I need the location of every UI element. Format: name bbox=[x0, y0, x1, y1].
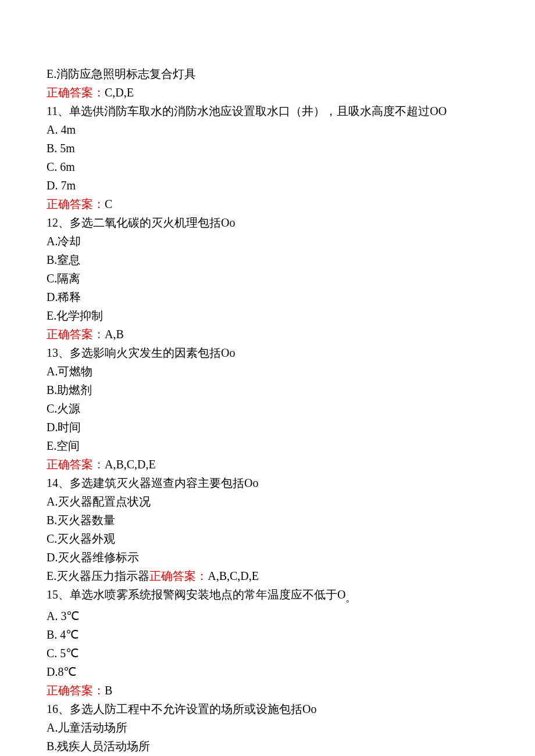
q12-stem: 12、多选二氧化碳的灭火机理包括Oo bbox=[47, 214, 488, 231]
q15-stem-text: 15、单选水喷雾系统报警阀安装地点的常年温度应不低于O bbox=[47, 588, 345, 601]
q14-option-e-and-answer: E.灭火器压力指示器正确答案：A,B,C,D,E bbox=[47, 567, 488, 585]
q11-stem: 11、单选供消防车取水的消防水池应设置取水口（井），且吸水高度不超过OO bbox=[47, 102, 488, 120]
q10-answer: 正确答案：C,D,E bbox=[47, 84, 488, 101]
q16-stem: 16、多选人防工程中不允许设置的场所或设施包括Oo bbox=[47, 700, 488, 718]
answer-value: A,B,C,D,E bbox=[208, 569, 259, 582]
q13-answer: 正确答案：A,B,C,D,E bbox=[47, 456, 488, 473]
q10-option-e: E.消防应急照明标志复合灯具 bbox=[47, 65, 488, 83]
answer-label: 正确答案： bbox=[149, 569, 208, 582]
q14-option-e-text: E.灭火器压力指示器 bbox=[47, 569, 149, 582]
answer-value: A,B bbox=[105, 328, 124, 341]
q15-option-d: D.8℃ bbox=[47, 663, 488, 680]
q11-option-d: D. 7m bbox=[47, 177, 488, 194]
q13-stem: 13、多选影响火灾发生的因素包括Oo bbox=[47, 344, 488, 361]
answer-value: C,D,E bbox=[105, 86, 134, 99]
q13-option-b: B.助燃剂 bbox=[47, 381, 488, 399]
q14-option-a: A.灭火器配置点状况 bbox=[47, 493, 488, 510]
answer-label: 正确答案： bbox=[47, 684, 105, 697]
q13-option-c: C.火源 bbox=[47, 400, 488, 417]
q15-option-c: C. 5℃ bbox=[47, 644, 488, 662]
q15-stem: 15、单选水喷雾系统报警阀安装地点的常年温度应不低于O。 bbox=[47, 586, 488, 606]
q11-answer: 正确答案：C bbox=[47, 195, 488, 213]
q15-option-a: A. 3℃ bbox=[47, 607, 488, 625]
q12-option-e: E.化学抑制 bbox=[47, 307, 488, 324]
q12-option-a: A.冷却 bbox=[47, 232, 488, 250]
q15-stem-suffix: 。 bbox=[345, 592, 356, 604]
q13-option-e: E.空间 bbox=[47, 437, 488, 454]
q14-option-c: C.灭火器外观 bbox=[47, 530, 488, 547]
answer-label: 正确答案： bbox=[47, 198, 105, 210]
q14-option-d: D.灭火器维修标示 bbox=[47, 549, 488, 566]
q12-option-b: B.窒息 bbox=[47, 251, 488, 268]
q12-option-c: C.隔离 bbox=[47, 270, 488, 287]
q14-option-b: B.灭火器数量 bbox=[47, 511, 488, 529]
answer-label: 正确答案： bbox=[47, 328, 105, 341]
answer-value: B bbox=[105, 684, 112, 697]
q15-option-b: B. 4℃ bbox=[47, 626, 488, 643]
answer-label: 正确答案： bbox=[47, 86, 105, 99]
answer-label: 正确答案： bbox=[47, 458, 105, 471]
answer-value: C bbox=[105, 198, 112, 210]
q16-option-b: B.残疾人员活动场所 bbox=[47, 737, 488, 755]
q12-answer: 正确答案：A,B bbox=[47, 325, 488, 343]
q11-option-c: C. 6m bbox=[47, 158, 488, 175]
q13-option-a: A.可燃物 bbox=[47, 363, 488, 380]
q14-stem: 14、多选建筑灭火器巡查内容主要包括Oo bbox=[47, 474, 488, 492]
q11-option-b: B. 5m bbox=[47, 139, 488, 157]
q11-option-a: A. 4m bbox=[47, 121, 488, 138]
q13-option-d: D.时间 bbox=[47, 418, 488, 436]
q16-option-a: A.儿童活动场所 bbox=[47, 719, 488, 736]
q15-answer: 正确答案：B bbox=[47, 682, 488, 699]
answer-value: A,B,C,D,E bbox=[105, 458, 156, 471]
q12-option-d: D.稀释 bbox=[47, 288, 488, 306]
